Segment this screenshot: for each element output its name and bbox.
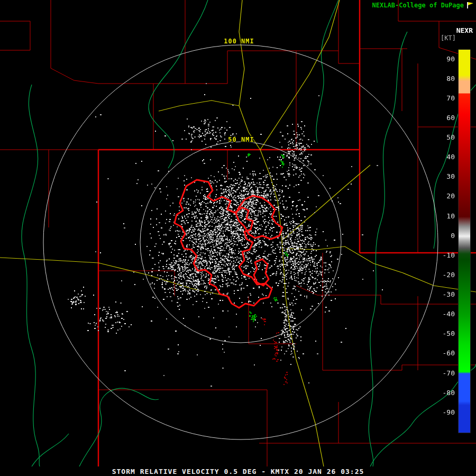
- highways: [0, 0, 476, 466]
- colorbar-tick-70: 70: [432, 94, 455, 103]
- colorbar-tick-0: 0: [432, 232, 455, 240]
- range-ring-50nmi: [140, 142, 341, 343]
- colorbar-ticks: 9080706050403020100-10-20-30-40-50-60-70…: [0, 0, 476, 476]
- colorbar-title: NEXR: [456, 26, 473, 34]
- colorbar-tick--10: -10: [432, 251, 455, 260]
- radar-display: 100 NMI 50 NMI NEXLAB-College of DuPage …: [0, 0, 476, 476]
- colorbar-tick-90: 90: [432, 55, 455, 63]
- colorbar-tick--70: -70: [432, 369, 455, 378]
- colorbar-tick--80: -80: [432, 389, 455, 397]
- colorbar-scale: [458, 49, 471, 433]
- range-ring-label-100nmi: 100 NMI: [224, 38, 254, 45]
- colorbar-tick--60: -60: [432, 349, 455, 358]
- range-ring-labels: 100 NMI 50 NMI: [224, 38, 254, 143]
- colorbar-tick-40: 40: [432, 153, 455, 161]
- range-ring-100nmi: [43, 45, 438, 440]
- radar-echoes-canvas: [0, 0, 476, 466]
- overlay-map: 100 NMI 50 NMI: [0, 0, 476, 466]
- colorbar-tick-10: 10: [432, 212, 455, 221]
- warning-polygon-south: [254, 259, 269, 286]
- base-map: [0, 0, 476, 466]
- colorbar-tick--20: -20: [432, 271, 455, 279]
- range-ring-label-50nmi: 50 NMI: [228, 136, 254, 143]
- colorbar-tick-80: 80: [432, 75, 455, 83]
- colorbar-tick-60: 60: [432, 114, 455, 122]
- colorbar-tick--30: -30: [432, 290, 455, 299]
- colorbar-tick-20: 20: [432, 192, 455, 200]
- colorbar-tick--90: -90: [432, 408, 455, 417]
- colorbar-tick-50: 50: [432, 133, 455, 142]
- colorbar-tick--50: -50: [432, 329, 455, 338]
- county-lines: [0, 0, 476, 466]
- nexlab-logo-icon: [466, 2, 474, 8]
- caption-strip: STORM RELATIVE VELOCITY 0.5 DEG - KMTX 2…: [0, 466, 476, 476]
- colorbar-tick--40: -40: [432, 310, 455, 318]
- range-rings: [43, 45, 438, 440]
- colorbar-unit: [KT]: [441, 34, 456, 42]
- caption-text: STORM RELATIVE VELOCITY 0.5 DEG - KMTX 2…: [112, 468, 364, 475]
- warning-polygon-west: [175, 180, 272, 308]
- state-borders: [98, 0, 476, 466]
- warning-polygons: [175, 180, 282, 308]
- warning-polygon-northeast: [236, 196, 282, 239]
- colorbar-tick-30: 30: [432, 172, 455, 181]
- branding-text: NEXLAB-College of DuPage: [372, 2, 464, 9]
- rivers: [22, 0, 476, 466]
- branding: NEXLAB-College of DuPage: [372, 2, 474, 9]
